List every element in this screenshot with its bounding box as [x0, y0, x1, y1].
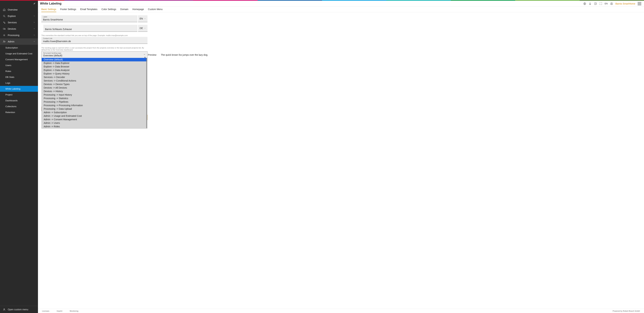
landing-option[interactable]: Devices -> Device Types [42, 83, 147, 86]
sidebar-sub-consent-management[interactable]: Consent Management [0, 56, 38, 62]
tab-basic-settings[interactable]: Basic Settings [41, 7, 56, 12]
fullscreen-icon[interactable] [599, 2, 602, 5]
landing-option[interactable]: Devices -> All Devices [42, 86, 147, 90]
landing-dropdown: Overview (default)Explore -> Data Explor… [42, 58, 147, 129]
content: Label EN DE [38, 12, 644, 309]
svg-point-1 [3, 15, 5, 17]
sidebar-sub-users[interactable]: Users [0, 62, 38, 68]
pin-icon[interactable] [33, 2, 36, 5]
user-name[interactable]: Barnis SmartHome [616, 2, 635, 5]
sidebar-item-processing[interactable]: Processing [0, 32, 38, 38]
home-icon [3, 8, 6, 11]
label-field-label: Label [43, 16, 47, 18]
svg-point-3 [4, 22, 4, 22]
footer-licenses[interactable]: Licenses [42, 310, 49, 312]
devices-icon [3, 27, 6, 30]
landing-option[interactable]: Services -> Decoder [42, 75, 147, 79]
landing-option[interactable]: Processing -> Pipelines [42, 100, 147, 104]
sidebar-sub-project[interactable]: Project [0, 92, 38, 98]
contact-field[interactable]: Contact Link [41, 37, 148, 44]
sidebar-item-services[interactable]: Services [0, 19, 38, 26]
sidebar: OverviewExploreServicesDevicesProcessing… [0, 0, 38, 313]
svg-text:?: ? [596, 3, 596, 4]
processing-icon [3, 34, 6, 37]
sidebar-item-overview[interactable]: Overview [0, 6, 38, 13]
contact-field-label: Contact Link [43, 38, 52, 39]
avatar[interactable] [638, 2, 641, 5]
footer-monitoring[interactable]: Monitoring [70, 310, 78, 312]
tab-email-templates[interactable]: Email Templates [80, 7, 98, 12]
landing-option[interactable]: Admin -> Usage and Estimated Cost [42, 114, 147, 118]
admin-icon [3, 40, 6, 43]
header-lang[interactable]: EN [605, 2, 608, 5]
landing-option[interactable]: Explore -> Data Analyzer [42, 68, 147, 72]
tab-custom-menu[interactable]: Custom Menu [148, 7, 162, 12]
landing-option[interactable]: Explore -> Query History [42, 72, 147, 75]
chevron-down-icon [144, 18, 146, 20]
landing-option[interactable]: Processing -> Processing Information [42, 104, 147, 107]
preview-label: Preview: [148, 53, 157, 56]
landing-option[interactable]: Admin -> Users [42, 121, 147, 125]
landing-option[interactable]: Processing -> Data Upload [42, 107, 147, 111]
svg-line-0 [34, 3, 35, 4]
contact-hint: This overwrites the standard contact lin… [41, 34, 148, 36]
tab-homepage[interactable]: Homepage [132, 7, 144, 12]
sidebar-item-explore[interactable]: Explore [0, 13, 38, 19]
sidebar-sub-white-labeling[interactable]: White Labeling [0, 86, 38, 92]
footer-imprint[interactable]: Imprint [56, 310, 62, 312]
gears-icon [3, 21, 6, 24]
landing-option[interactable]: Explore -> Data Explorer [42, 61, 147, 65]
svg-point-9 [5, 41, 5, 42]
tab-color-settings[interactable]: Color Settings [102, 7, 116, 12]
preview-text: The quick brown fox jumps over the lazy … [161, 53, 208, 56]
sidebar-item-admin[interactable]: Admin [0, 38, 38, 45]
sidebar-sub-dashboards[interactable]: Dashboards [0, 98, 38, 104]
label-lang-select[interactable]: EN [138, 15, 148, 22]
sidebar-sub-db-stats[interactable]: DB Stats [0, 74, 38, 80]
label-field[interactable]: Label [41, 15, 138, 22]
chevron-down-icon [33, 15, 35, 17]
landing-option[interactable]: Admin -> Consent Management [42, 118, 147, 121]
open-custom-menu[interactable]: Open custom menu [0, 306, 38, 313]
landing-option[interactable]: Services -> Conditional Actions [42, 79, 147, 83]
header: White Labeling ? EN Barnis SmartHome [38, 0, 644, 7]
sidebar-item-devices[interactable]: Devices [0, 26, 38, 32]
landing-label: Set project landing page [43, 52, 61, 54]
tab-domain[interactable]: Domain [120, 7, 128, 12]
chevron-down-icon [33, 21, 35, 24]
landing-option[interactable]: Overview (default) [42, 58, 147, 61]
landing-option[interactable]: Devices -> History [42, 90, 147, 93]
label-alt-lang-select[interactable]: DE [138, 25, 148, 32]
chevron-up-icon [33, 40, 35, 43]
globe-icon[interactable] [583, 2, 586, 5]
svg-point-4 [4, 23, 5, 23]
label-alt-input[interactable] [45, 28, 136, 30]
landing-option[interactable]: Processing -> Input History [42, 93, 147, 97]
label-input[interactable] [43, 18, 136, 21]
label-alt-field[interactable] [43, 25, 138, 32]
account-icon[interactable] [610, 2, 613, 5]
landing-option[interactable]: Admin -> Roles [42, 125, 147, 128]
sidebar-sub-roles[interactable]: Roles [0, 68, 38, 74]
contact-input[interactable] [43, 40, 146, 43]
landing-option[interactable]: Processing -> Statistics [42, 97, 147, 100]
scrollbar[interactable] [146, 58, 147, 128]
landing-option[interactable]: Admin -> Subscription [42, 111, 147, 114]
footer: Licenses Imprint Monitoring Powered by R… [38, 309, 644, 313]
sidebar-sub-retention[interactable]: Retention [0, 109, 38, 115]
ribbon-icon[interactable] [588, 2, 592, 5]
sidebar-sub-usage-and-estimated-cost[interactable]: Usage and Estimated Cost [0, 51, 38, 56]
book-help-icon[interactable]: ? [594, 2, 597, 5]
svg-point-8 [3, 41, 4, 42]
sidebar-sub-logs[interactable]: Logs [0, 80, 38, 86]
search-icon [3, 14, 6, 18]
landing-select[interactable]: Set project landing page Overview (defau… [41, 51, 148, 58]
sidebar-sub-subscription[interactable]: Subscription [0, 45, 38, 51]
footer-powered: Powered by Robert Bosch GmbH [612, 310, 640, 312]
svg-point-7 [4, 35, 4, 35]
svg-point-17 [611, 3, 612, 4]
landing-value: Overview (default) [43, 54, 62, 57]
tab-footer-settings[interactable]: Footer Settings [60, 7, 76, 12]
landing-option[interactable]: Explore -> Data Browser [42, 65, 147, 68]
sidebar-sub-collections[interactable]: Collections [0, 104, 38, 109]
